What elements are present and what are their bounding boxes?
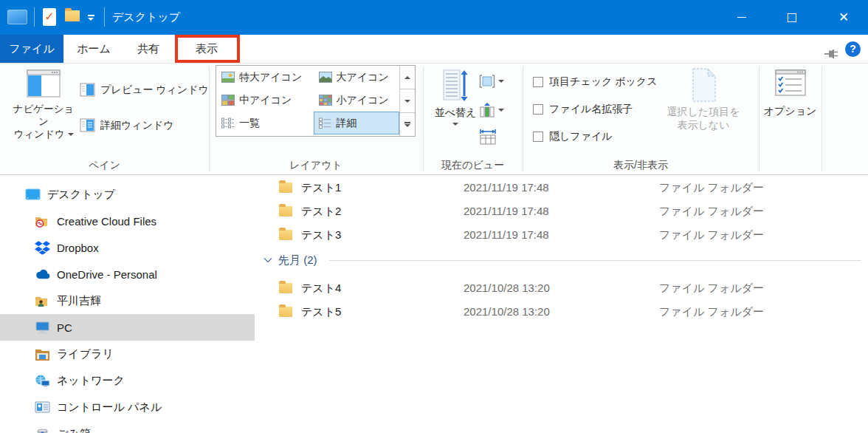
sidebar-item-label: PC — [57, 321, 72, 334]
layout-extra-large-icons[interactable]: 特大アイコン — [216, 66, 314, 89]
sidebar-item-label: ごみ箱 — [57, 427, 91, 433]
preview-pane-icon — [80, 83, 95, 97]
checkmark-document-icon[interactable]: ✓ — [43, 8, 56, 26]
checkbox-item-check-boxes[interactable]: 項目チェック ボックス — [533, 75, 658, 89]
options-button[interactable]: オプション — [759, 69, 822, 118]
grid-icon — [319, 95, 332, 106]
hide-selected-icon — [690, 68, 717, 102]
tab-view[interactable]: 表示 — [179, 35, 235, 63]
file-type: ファイル フォルダー — [659, 228, 764, 242]
ribbon-tab-row: ファイル ホーム 共有 表示 ? — [0, 35, 868, 64]
file-row[interactable]: テスト3 2021/11/19 17:48 ファイル フォルダー — [255, 224, 868, 248]
file-name: テスト3 — [301, 228, 341, 242]
qat-dropdown-icon[interactable] — [88, 15, 94, 21]
checkbox-icon[interactable] — [533, 132, 543, 142]
sidebar-item-library[interactable]: ライブラリ — [0, 341, 255, 367]
checkbox-hidden-files[interactable]: 隠しファイル — [533, 130, 613, 143]
sidebar-item-onedrive[interactable]: OneDrive - Personal — [0, 261, 255, 287]
checkbox-icon[interactable] — [533, 77, 543, 87]
thumbnail-icon — [221, 72, 235, 83]
gallery-scroll-up-button[interactable] — [400, 66, 415, 89]
close-button[interactable]: ✕ — [819, 0, 868, 35]
minimize-icon — [737, 17, 746, 18]
chevron-down-icon — [264, 257, 272, 263]
tab-file[interactable]: ファイル — [0, 35, 63, 63]
file-group-header[interactable]: 先月 (2) — [264, 250, 861, 270]
maximize-button[interactable] — [768, 0, 816, 35]
folder-icon — [279, 283, 292, 293]
group-header-label: 先月 (2) — [278, 253, 317, 267]
content-area: デスクトップ Creative Cloud Files Dropbox OneD… — [0, 175, 868, 433]
creative-cloud-icon — [35, 214, 50, 228]
tab-share[interactable]: 共有 — [124, 35, 173, 63]
onedrive-icon — [35, 267, 50, 282]
file-name: テスト5 — [301, 305, 341, 319]
add-columns-button[interactable] — [479, 102, 504, 118]
file-type: ファイル フォルダー — [659, 205, 764, 219]
group-caption-panes: ペイン — [0, 159, 209, 172]
layout-list[interactable]: 一覧 — [216, 112, 314, 134]
list-icon — [221, 117, 235, 129]
file-name: テスト2 — [301, 205, 341, 219]
file-modified: 2021/10/28 13:20 — [464, 282, 550, 294]
details-pane-button[interactable]: 詳細ウィンドウ — [80, 118, 174, 132]
layout-medium-icons[interactable]: 中アイコン — [216, 89, 314, 112]
sidebar-item-label: Creative Cloud Files — [57, 215, 156, 228]
navigation-pane-button[interactable]: ナビゲーション ウィンドウ — [12, 69, 75, 140]
sidebar-item-desktop[interactable]: デスクトップ — [0, 181, 255, 208]
hide-selected-items-button-disabled[interactable]: 選択した項目を 表示しない — [660, 68, 747, 132]
dropdown-caret-icon — [498, 80, 504, 83]
folder-icon — [279, 230, 292, 240]
library-icon — [35, 347, 50, 361]
layout-details-selected[interactable]: 詳細 — [314, 112, 400, 134]
group-layout: 特大アイコン 中アイコン 一覧 大アイコン — [209, 64, 423, 174]
size-columns-button[interactable] — [479, 129, 497, 145]
sidebar-item-label: Dropbox — [57, 242, 99, 254]
sidebar-item-network[interactable]: ネットワーク — [0, 367, 255, 394]
separator — [34, 7, 35, 27]
file-row[interactable]: テスト1 2021/11/19 17:48 ファイル フォルダー — [255, 177, 868, 200]
file-modified: 2021/11/19 17:48 — [464, 205, 549, 217]
sidebar-item-user-folder[interactable]: 平川吉輝 — [0, 287, 255, 314]
sidebar-item-creative-cloud[interactable]: Creative Cloud Files — [0, 208, 255, 234]
group-current-view: 並べ替え — [423, 64, 523, 174]
pc-icon — [35, 320, 50, 335]
navigation-pane: デスクトップ Creative Cloud Files Dropbox OneD… — [0, 175, 255, 433]
checkbox-file-extensions[interactable]: ファイル名拡張子 — [533, 103, 633, 116]
size-columns-icon — [479, 129, 497, 145]
desktop-icon — [25, 187, 41, 202]
group-by-button[interactable] — [479, 74, 504, 89]
layout-large-icons[interactable]: 大アイコン — [314, 66, 400, 89]
file-row[interactable]: テスト5 2021/10/28 13:20 ファイル フォルダー — [255, 301, 868, 324]
file-name: テスト4 — [301, 282, 341, 296]
sidebar-item-label: デスクトップ — [47, 188, 115, 202]
ribbon-view-tab-content: ナビゲーション ウィンドウ プレビュー ウィンドウ — [0, 64, 868, 175]
sidebar-item-control-panel[interactable]: コントロール パネル — [0, 394, 255, 420]
file-row[interactable]: テスト2 2021/11/19 17:48 ファイル フォルダー — [255, 200, 868, 224]
checkbox-icon[interactable] — [533, 104, 543, 115]
tab-home[interactable]: ホーム — [69, 35, 118, 63]
file-modified: 2021/11/19 17:48 — [464, 181, 549, 194]
layout-small-icons[interactable]: 小アイコン — [314, 89, 400, 112]
explorer-window: ✓ デスクトップ ✕ ファイル ホーム 共有 表示 ? — [0, 0, 868, 433]
maximize-icon — [788, 13, 796, 22]
file-modified: 2021/11/19 17:48 — [464, 228, 549, 241]
sidebar-item-recycle-bin[interactable]: ごみ箱 — [0, 420, 255, 433]
close-icon: ✕ — [838, 11, 849, 24]
sort-by-button[interactable]: 並べ替え — [432, 69, 479, 126]
sidebar-item-pc[interactable]: PC — [0, 314, 255, 341]
file-row[interactable]: テスト4 2021/10/28 13:20 ファイル フォルダー — [255, 277, 868, 301]
recycle-bin-icon — [35, 426, 50, 433]
file-modified: 2021/10/28 13:20 — [464, 305, 550, 318]
group-show-hide: 項目チェック ボックス ファイル名拡張子 隠しファイル 選択した項目を 表示しな… — [523, 64, 759, 174]
pin-icon[interactable] — [824, 48, 838, 61]
minimize-button[interactable] — [717, 0, 766, 35]
preview-pane-button[interactable]: プレビュー ウィンドウ — [80, 83, 209, 97]
gallery-scroll-down-button[interactable] — [400, 89, 415, 113]
sidebar-item-dropbox[interactable]: Dropbox — [0, 234, 255, 261]
grid-icon — [221, 95, 235, 106]
gallery-more-button[interactable] — [400, 113, 415, 136]
help-icon[interactable]: ? — [845, 41, 861, 57]
dropdown-caret-icon — [68, 133, 74, 136]
new-folder-icon[interactable] — [65, 10, 80, 21]
